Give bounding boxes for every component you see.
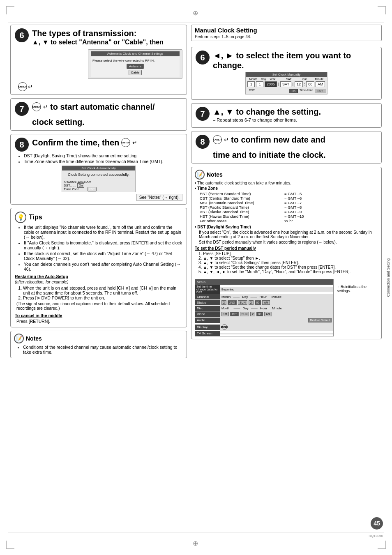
dst-values1-content: 2 2ND SUN 2 00 AM: [220, 299, 333, 306]
tips-item-2: If the clock is not correct, set the clo…: [24, 251, 182, 261]
left-step8-header: 8 Confirm the time, then ENTER ↵: [15, 138, 182, 152]
restarting-header: Restarting the Auto-Setup: [15, 274, 182, 279]
corner-mark-br: [378, 541, 386, 549]
manual-header-sub: Perform steps 1–5 on page 44.: [195, 35, 378, 39]
dst-video-content: 1M 1ST SUN 2 00 AM: [220, 311, 333, 317]
left-notes-icon: 📝: [14, 334, 24, 343]
right-step8-header: 8 ENTER ↵ to confirm new date and: [196, 135, 377, 149]
reinitializes-label: ←Reinitializes the settings.: [337, 276, 378, 293]
right-notes-auto: • The automatic clock setting can take a…: [195, 181, 378, 185]
right-step7-sub: – Repeat steps 6-7 to change other items…: [213, 117, 321, 122]
dst-channel-content: Month —— Day —— Hour Minute: [220, 294, 333, 299]
right-step8-text2: time and to initiate the clock.: [213, 150, 377, 160]
cancel-text: Press [RETURN].: [16, 319, 182, 324]
dst-step-1: ▲, ▼ to select "Setup" then ►.: [203, 256, 378, 260]
clock-screen-labels: MonthDayYearSATHourMinute: [246, 77, 327, 81]
tips-icon: 💡: [15, 212, 26, 223]
left-step6-box: 6 The types of transmission: ▲, ▼ to sel…: [10, 25, 187, 95]
left-step7-box: 7 ENTER ↵ to start automatic channel/ cl…: [10, 98, 187, 131]
dst-header-content: Beginning: [220, 287, 333, 292]
right-step6-number: 6: [196, 51, 210, 64]
right-notes-dst-text: If you select "On", the clock is advance…: [199, 230, 378, 239]
left-step7-enter-arrow: ↵: [43, 104, 48, 110]
left-step7-header: 7 ENTER ↵ to start automatic channel/: [15, 102, 182, 116]
left-step8-screen: Set Clock Automatically Clock Setting co…: [62, 166, 136, 192]
right-notes-header: 📝 Notes: [195, 170, 378, 180]
dst-audio-content: Restore Default: [220, 317, 333, 323]
left-step6-enter-icon: ENTER: [18, 82, 27, 91]
dst-audio-label: Audio: [195, 318, 220, 323]
dst-step-4: ▲, ▼, ◄, ► to set the "Month", "Day", "H…: [203, 269, 378, 274]
dst-header-label: Set the time change dates for DST: [195, 285, 220, 294]
cancel-header: To cancel in the middle: [15, 313, 182, 318]
left-step7-text1: to start automatic channel/: [50, 102, 155, 112]
left-step6-header: 6 The types of transmission: ▲, ▼ to sel…: [15, 28, 182, 46]
left-column: 6 The types of transmission: ▲, ▼ to sel…: [10, 25, 187, 530]
dst-screen-row-display: Display ENTER: [195, 323, 333, 331]
clock-screen-bottom: DST On Time-Zone EST: [246, 88, 327, 94]
dst-status-label: Status: [195, 300, 220, 305]
left-step6-enter-arrow: ↵: [28, 83, 33, 90]
right-step7-text: ▲, ▼ to change the setting.: [213, 107, 321, 117]
right-notes-set-dst-header: To set the DST period manually: [195, 246, 378, 251]
right-step7-box: 7 ▲, ▼ to change the setting. – Repeat s…: [191, 103, 382, 128]
tz-row-5: HST (Hawaii Standard Time) = GMT –10: [200, 214, 378, 219]
right-column: Manual Clock Setting Perform steps 1–5 o…: [191, 25, 382, 530]
left-step6-antenna-btn[interactable]: Antenna: [127, 64, 144, 69]
dst-step-3: ▲, ▼ to select "Set the time change date…: [203, 265, 378, 269]
left-step6-text: The types of transmission: ▲, ▼ to selec…: [32, 28, 164, 46]
right-step7-number: 7: [196, 107, 210, 121]
tz-row-0: EST (Eastern Standard Time) = GMT –5: [200, 191, 378, 196]
timezone-table: EST (Eastern Standard Time) = GMT –5 CST…: [200, 191, 378, 223]
restarting-note: (The signal source, and channel captions…: [16, 302, 182, 311]
left-step8-bullet2: Time Zone shows the time difference from…: [24, 159, 182, 164]
left-step8-box: 8 Confirm the time, then ENTER ↵ DST (Da…: [10, 134, 187, 205]
right-step8-enter-arrow: ↵: [224, 136, 229, 143]
right-step6-screen: Set Clock Manually MonthDayYearSATHourMi…: [245, 72, 327, 94]
left-notes-title: Notes: [26, 335, 42, 342]
right-notes-icon: 📝: [195, 170, 205, 180]
corner-mark-tr: [378, 6, 386, 14]
restarting-step-1: Press [⊳ DVD POWER] to turn the unit on.: [23, 295, 182, 300]
dst-tvscreen-content: [220, 333, 333, 334]
left-step6-screen-title: Automatic Clock and Channel Settings: [91, 51, 180, 56]
right-step6-screen-title: Set Clock Manually: [246, 72, 327, 77]
dst-screen-row-values1: Status 2 2ND SUN 2 00 AM: [195, 299, 333, 306]
right-step7-header: 7 ▲, ▼ to change the setting. – Repeat s…: [196, 107, 377, 122]
left-step8-enter-arrow: ↵: [132, 139, 137, 146]
tz-row-2: MST (Mountain Standard Time) = GMT –7: [200, 200, 378, 205]
dst-disc-label: Disc: [195, 306, 220, 311]
left-step8-bullets: DST (Daylight Saving Time) shows the sum…: [19, 153, 182, 164]
left-step8-screen-body: Clock Setting completed successfully.: [62, 170, 135, 179]
left-step7-enter-icon: ENTER: [32, 102, 41, 111]
dst-screen-row-disc: Disc Month —— Day —— Hour Minute: [195, 306, 333, 311]
left-notes-header: 📝 Notes: [14, 334, 183, 343]
dst-setup-screen: Setup Set the time change dates for DST …: [195, 279, 334, 336]
right-notes-title: Notes: [207, 171, 223, 178]
right-step8-enter-icon: ENTER: [213, 135, 222, 144]
right-notes-box: 📝 Notes • The automatic clock setting ca…: [191, 167, 382, 339]
right-step6-box: 6 ◄, ► to select the item you want to ch…: [191, 47, 382, 100]
dst-screen-row-video: Video 1M 1ST SUN 2 00 AM: [195, 311, 333, 317]
dst-video-label: Video: [195, 311, 220, 317]
left-step8-enter-icon: ENTER: [121, 138, 130, 147]
crosshair-top: [193, 9, 199, 16]
dst-screen-row-audio: Audio Restore Default: [195, 317, 333, 323]
left-step8-number: 8: [15, 138, 29, 152]
crosshair-bottom: [193, 539, 199, 546]
left-step6-cable-btn[interactable]: Cable: [129, 70, 142, 75]
tz-row-6: For other areas: xx hr: [200, 219, 378, 223]
dst-step-0: Press [SETUP].: [203, 251, 378, 256]
restarting-step-0: When the unit is on and stopped, press a…: [23, 286, 182, 295]
restarting-subheader: (after relocation, for example): [15, 280, 182, 284]
manual-header: Manual Clock Setting Perform steps 1–5 o…: [191, 25, 382, 41]
right-step6-header: 6 ◄, ► to select the item you want to ch…: [196, 51, 377, 70]
right-step8-text1: to confirm new date and: [231, 135, 325, 145]
dst-tvscreen-label: TV Screen: [195, 331, 220, 336]
right-step8-number: 8: [196, 135, 210, 149]
left-step7-content: ENTER ↵ to start automatic channel/: [32, 102, 155, 112]
page-border-bottom: [8, 532, 384, 532]
left-step8-content: Confirm the time, then ENTER ↵: [32, 138, 137, 147]
right-notes-dst-sub: Set the DST period manually when it vari…: [199, 240, 378, 244]
right-step6-text: ◄, ► to select the item you want to chan…: [213, 51, 377, 70]
